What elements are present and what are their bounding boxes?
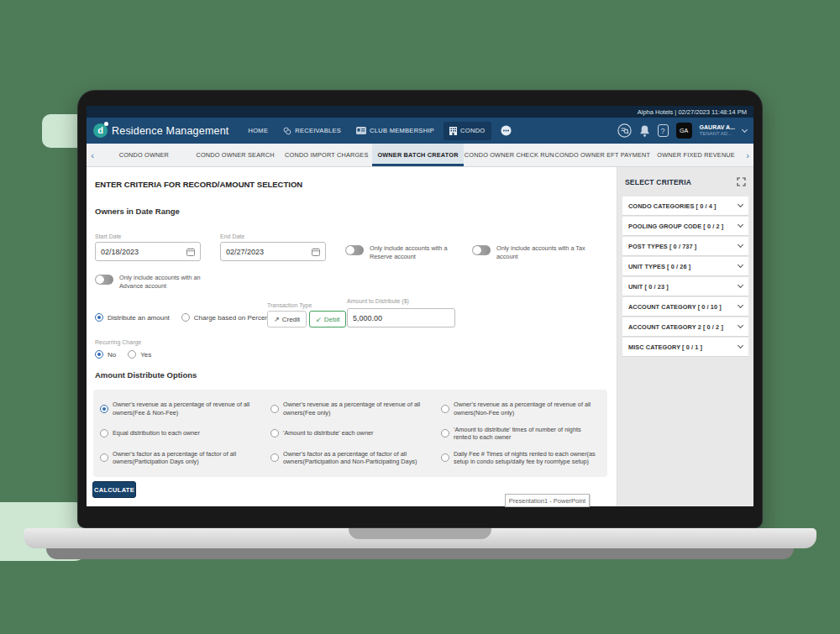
amount-input[interactable] [347, 308, 455, 327]
option-revenue-fee-only[interactable]: Owner's revenue as a percentage of reven… [270, 401, 436, 417]
recurring-no-radio[interactable]: No [95, 350, 116, 359]
amount-value[interactable] [348, 314, 454, 322]
tab-condo-import-charges[interactable]: CONDO IMPORT CHARGES [281, 144, 372, 166]
option-factor-participation-days[interactable]: Owner's factor as a percentage of factor… [100, 450, 265, 466]
nav-item-club-membership[interactable]: CLUB MEMBERSHIP [350, 122, 440, 139]
notifications-bell-icon[interactable] [639, 125, 650, 137]
option-label: 'Amount to distribute' times of number o… [454, 426, 597, 442]
option-label: Owner's factor as a percentage of factor… [113, 450, 260, 466]
navbar-right-cluster: ? GA GAURAV A... TENANT AD... [617, 123, 747, 139]
tab-owner-fixed-revenue[interactable]: OWNER FIXED REVENUE [650, 144, 742, 166]
chevron-down-icon [738, 322, 743, 328]
tab-condo-owner-search[interactable]: CONDO OWNER SEARCH [190, 144, 281, 166]
criteria-post-types[interactable]: POST TYPES [ 0 / 737 ] [622, 237, 748, 256]
option-label: 'Amount to distribute' each owner [283, 429, 373, 437]
option-amount-each-owner[interactable]: 'Amount to distribute' each owner [270, 429, 436, 438]
audit-log-icon[interactable] [617, 123, 632, 138]
option-revenue-nonfee-only[interactable]: Owner's revenue as a percentage of reven… [441, 401, 602, 417]
tax-account-toggle[interactable] [472, 245, 491, 255]
option-equal-distribution[interactable]: Equal distribution to each owner [100, 429, 265, 438]
nav-item-home[interactable]: HOME [243, 122, 275, 139]
radio-selected-icon [100, 405, 108, 413]
tab-label: CONDO OWNER EFT PAYMENT [555, 151, 651, 159]
advance-account-toggle[interactable] [95, 275, 113, 285]
end-date-input[interactable] [220, 242, 326, 261]
tab-condo-owner-eft-payment[interactable]: CONDO OWNER EFT PAYMENT [555, 144, 651, 166]
laptop-base-notch [349, 528, 491, 539]
laptop-base-shadow [46, 548, 794, 559]
chevron-down-icon[interactable] [742, 127, 748, 133]
nav-item-receivables[interactable]: RECEIVABLES [277, 122, 347, 140]
nav-label: HOME [249, 127, 269, 134]
nav-label: RECEIVABLES [295, 127, 341, 134]
option-daily-fee-times-nights[interactable]: Daily Fee # Times of nights rented to ea… [441, 450, 602, 466]
debit-button[interactable]: ↙ Debit [309, 311, 346, 327]
recurring-charge-radios: No Yes [95, 350, 151, 359]
end-date-label: End Date [220, 233, 244, 239]
tabs-scroll-left-icon[interactable]: ‹ [87, 144, 98, 166]
membership-card-icon [356, 127, 366, 134]
chevron-down-icon [738, 222, 743, 228]
calendar-icon[interactable] [312, 248, 320, 256]
avatar-initials: GA [680, 128, 688, 134]
sidebar-header: SELECT CRITERIA [622, 176, 748, 186]
reserve-account-toggle-row: Only include accounts with a Reserve acc… [345, 244, 462, 261]
option-label: Owner's revenue as a percentage of reven… [283, 401, 431, 417]
tab-condo-owner-check-run[interactable]: CONDO OWNER CHECK RUN [464, 144, 555, 166]
advance-account-toggle-row: Only include accounts with an Advance ac… [95, 274, 212, 291]
recurring-yes-radio[interactable]: Yes [128, 350, 151, 359]
calendar-icon[interactable] [186, 248, 195, 256]
option-label: Owner's revenue as a percentage of reven… [454, 401, 597, 417]
tab-condo-owner[interactable]: CONDO OWNER [98, 144, 190, 166]
criteria-misc-category[interactable]: MISC CATEGORY [ 0 / 1 ] [622, 338, 748, 357]
end-date-value[interactable] [221, 248, 312, 256]
calculate-button[interactable]: CALCULATE [92, 481, 136, 498]
tab-owner-batch-creator[interactable]: OWNER BATCH CREATOR [372, 144, 464, 166]
tax-account-toggle-row: Only include accounts with a Tax account [472, 244, 589, 261]
criteria-unit[interactable]: UNIT [ 0 / 23 ] [622, 277, 748, 296]
avatar[interactable]: GA [676, 123, 692, 139]
tabs-scroll-right-icon[interactable]: › [742, 144, 753, 166]
transaction-type-segmented: ↗ Credit ↙ Debit [267, 311, 346, 327]
top-navbar: d Residence Management HOME RECEIVABLES [87, 118, 753, 144]
chevron-down-icon [738, 242, 743, 248]
batch-creator-form: ENTER CRITERIA FOR RECORD/AMOUNT SELECTI… [87, 167, 617, 506]
tab-label: CONDO OWNER [119, 151, 169, 159]
reserve-account-toggle[interactable] [345, 245, 364, 255]
option-factor-participation-nonparticipating[interactable]: Owner's factor as a percentage of factor… [270, 450, 436, 466]
start-date-input[interactable] [95, 242, 201, 261]
expand-panel-icon[interactable] [737, 177, 746, 186]
radio-selected-icon [95, 350, 103, 359]
criteria-unit-types[interactable]: UNIT TYPES [ 0 / 26 ] [622, 257, 748, 276]
radio-icon [181, 313, 190, 322]
help-icon[interactable]: ? [658, 124, 669, 137]
criteria-account-category-2[interactable]: ACCOUNT CATEGORY 2 [ 0 / 2 ] [622, 317, 748, 337]
criteria-account-category[interactable]: ACCOUNT CATEGORY [ 0 / 10 ] [622, 297, 748, 317]
criteria-label: UNIT [ 0 / 23 ] [628, 283, 669, 291]
debit-label: Debit [324, 316, 340, 323]
option-label: Owner's factor as a percentage of factor… [283, 450, 431, 466]
distribute-amount-radio[interactable]: Distribute an amount [95, 313, 170, 322]
criteria-label: MISC CATEGORY [ 0 / 1 ] [628, 343, 702, 351]
tax-account-toggle-label: Only include accounts with a Tax account [496, 244, 589, 261]
credit-label: Credit [282, 316, 300, 323]
radio-icon [441, 429, 449, 438]
criteria-pooling-group-code[interactable]: POOLING GROUP CODE [ 0 / 2 ] [622, 217, 748, 236]
app-logo[interactable]: d [93, 123, 108, 138]
credit-button[interactable]: ↗ Credit [267, 311, 307, 327]
user-info[interactable]: GAURAV A... TENANT AD... [700, 124, 735, 138]
criteria-condo-categories[interactable]: CONDO CATEGORIES [ 0 / 4 ] [622, 196, 748, 216]
radio-icon [270, 405, 279, 413]
radio-label: No [108, 351, 116, 359]
start-date-label: Start Date [95, 233, 122, 239]
option-amount-times-nights[interactable]: 'Amount to distribute' times of number o… [441, 426, 602, 442]
arrow-down-left-icon: ↙ [316, 316, 322, 323]
option-revenue-fee-nonfee[interactable]: Owner's revenue as a percentage of reven… [100, 401, 265, 417]
more-options-icon[interactable] [495, 120, 517, 141]
user-role: TENANT AD... [700, 131, 735, 137]
criteria-label: POST TYPES [ 0 / 737 ] [628, 243, 696, 250]
start-date-value[interactable] [96, 248, 186, 256]
nav-item-condo[interactable]: CONDO [444, 122, 491, 140]
criteria-label: POOLING GROUP CODE [ 0 / 2 ] [628, 223, 723, 230]
criteria-label: ACCOUNT CATEGORY [ 0 / 10 ] [628, 303, 722, 311]
